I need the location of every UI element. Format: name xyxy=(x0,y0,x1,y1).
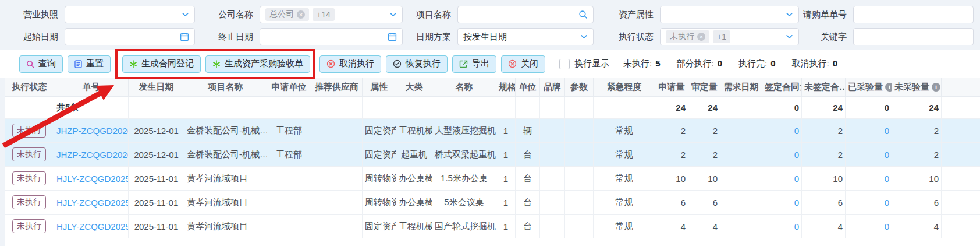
company-name-multiselect[interactable]: 总公司× +14 xyxy=(260,6,403,23)
generate-acceptance-label: 生成资产采购验收单 xyxy=(225,58,303,69)
stat-value: 0 xyxy=(833,58,837,68)
export-button[interactable]: 导出 xyxy=(452,55,496,73)
asset-purchase-requisition-page: 营业执照 公司名称 总公司× +14 项目名称 xyxy=(0,0,980,246)
cell-spec: 1 xyxy=(496,119,516,143)
remove-tag-icon[interactable]: × xyxy=(697,33,705,41)
table-row[interactable]: 未执行HJLY-ZCQGD202500002025-11-01黄孝河流域项目周转… xyxy=(5,191,980,215)
stat-label: 执行完: xyxy=(738,58,767,68)
cell-accepted_qty: 0 xyxy=(846,143,892,167)
status-badge: 未执行 xyxy=(12,147,46,161)
resume-icon xyxy=(393,59,402,68)
end-date-input[interactable] xyxy=(260,28,403,45)
reset-button[interactable]: 重置 xyxy=(68,55,111,73)
cell-spec: 1 xyxy=(496,167,516,191)
cell-status: 未执行 xyxy=(5,215,54,238)
cell-need_date xyxy=(720,119,762,143)
cell-name: 桥式双梁起重机 xyxy=(432,143,496,167)
start-date-label: 起始日期 xyxy=(5,31,58,43)
cell-project: 金桥装配公司-机械… xyxy=(184,143,267,167)
close-button[interactable]: 关闭 xyxy=(501,55,545,73)
wrap-display-checkbox[interactable] xyxy=(559,59,570,69)
cell-apply_unit xyxy=(267,191,311,215)
highlight-annotation-box: 生成合同登记 生成资产采购验收单 xyxy=(115,49,315,79)
start-date-input[interactable] xyxy=(65,28,195,45)
cell-accepted_qty: 0 xyxy=(846,191,892,215)
table-row[interactable]: 未执行JHZP-ZCQGD20260002025-12-01金桥装配公司-机械…… xyxy=(5,143,980,167)
cancel-icon xyxy=(326,59,335,68)
chevron-down-icon xyxy=(389,11,397,19)
cell-spec: 1 xyxy=(496,191,516,215)
column-header-brand: 品牌 xyxy=(540,78,565,97)
summary-empty-cell xyxy=(396,97,432,119)
cell-accepted_qty: 0 xyxy=(846,215,892,238)
cell-category: 工程机械 xyxy=(396,119,432,143)
project-name-input[interactable] xyxy=(457,6,594,23)
resume-execution-button[interactable]: 恢复执行 xyxy=(386,55,448,73)
cell-brand xyxy=(540,143,565,167)
filter-field-asset-attribute: 资产属性 xyxy=(594,6,799,23)
accepted_qty-link[interactable]: 0 xyxy=(885,198,889,208)
status-badge: 未执行 xyxy=(12,124,46,138)
cell-unaccepted_qty: 2 xyxy=(892,143,942,167)
cell-urgency: 常规 xyxy=(594,191,655,215)
calendar-icon xyxy=(388,32,397,41)
exec-status-tag: 未执行× xyxy=(666,30,709,43)
column-header-name: 名称 xyxy=(432,78,496,97)
order-number-link[interactable]: JHZP-ZCQGD2026000 xyxy=(56,126,129,136)
asset-attribute-select[interactable] xyxy=(660,6,799,23)
table-row[interactable]: 未执行HJLY-ZCQGD202500002025-11-01黄孝河流域项目周转… xyxy=(5,167,980,191)
filter-field-date-scheme: 日期方案 按发生日期 xyxy=(403,28,594,45)
requisition-table: 执行状态单号发生日期项目名称申请单位推荐供应商属性大类名称规格单位品牌参数紧急程… xyxy=(5,78,980,238)
summary-empty-cell xyxy=(311,97,363,119)
generate-contract-registration-button[interactable]: 生成合同登记 xyxy=(122,55,201,73)
requisition-no-input[interactable] xyxy=(853,6,974,23)
cell-approved_qty: 4 xyxy=(688,215,720,238)
filter-field-end-date: 终止日期 xyxy=(195,28,403,45)
query-button[interactable]: 查询 xyxy=(19,55,63,73)
cell-status: 未执行 xyxy=(5,191,54,215)
export-icon xyxy=(459,60,468,68)
table-header-row: 执行状态单号发生日期项目名称申请单位推荐供应商属性大类名称规格单位品牌参数紧急程… xyxy=(5,78,980,97)
table-row[interactable]: 未执行HJLY-ZCQGD202500002025-11-01黄孝河流域项目固定… xyxy=(5,215,980,238)
cell-urgency: 常规 xyxy=(594,215,655,238)
contract_qty-link[interactable]: 0 xyxy=(794,174,799,184)
search-icon[interactable] xyxy=(578,10,588,19)
reset-icon xyxy=(74,60,82,68)
accepted_qty-link[interactable]: 0 xyxy=(885,222,889,231)
summary-uncontract_qty: 24 xyxy=(802,97,846,119)
cell-attr: 固定资产 xyxy=(363,143,396,167)
contract_qty-link[interactable]: 0 xyxy=(794,126,799,136)
order-number-link[interactable]: JHZP-ZCQGD2026000 xyxy=(56,150,129,160)
cell-apply_unit: 工程部 xyxy=(267,119,311,143)
keyword-input[interactable] xyxy=(853,28,974,45)
filter-field-business-license: 营业执照 xyxy=(5,6,195,23)
cell-brand xyxy=(540,167,565,191)
generate-asset-acceptance-button[interactable]: 生成资产采购验收单 xyxy=(205,55,310,73)
contract_qty-link[interactable]: 0 xyxy=(794,150,799,160)
summary-empty-cell xyxy=(496,97,516,119)
table-row[interactable]: 未执行JHZP-ZCQGD20260002025-12-01金桥装配公司-机械…… xyxy=(5,119,980,143)
accepted_qty-link[interactable]: 0 xyxy=(885,174,889,184)
accepted_qty-link[interactable]: 0 xyxy=(885,150,889,160)
order-number-link[interactable]: HJLY-ZCQGD20250000 xyxy=(56,222,129,231)
business-license-select[interactable] xyxy=(65,6,195,23)
exec-status-multiselect[interactable]: 未执行× +1 xyxy=(660,28,799,45)
cancel-execution-button[interactable]: 取消执行 xyxy=(319,55,381,73)
cell-brand xyxy=(540,215,565,238)
remove-tag-icon[interactable]: × xyxy=(297,10,305,19)
summary-empty-cell xyxy=(720,97,762,119)
order-number-link[interactable]: HJLY-ZCQGD20250000 xyxy=(56,198,129,208)
cell-date: 2025-12-01 xyxy=(129,119,184,143)
cell-brand xyxy=(540,191,565,215)
date-scheme-select[interactable]: 按发生日期 xyxy=(457,28,594,45)
summary-contract_qty: 0 xyxy=(762,97,802,119)
column-header-supplier: 推荐供应商 xyxy=(311,78,363,97)
contract_qty-link[interactable]: 0 xyxy=(794,222,799,231)
order-number-link[interactable]: HJLY-ZCQGD20250000 xyxy=(56,174,129,184)
contract_qty-link[interactable]: 0 xyxy=(794,198,799,208)
cell-unaccepted_qty: 10 xyxy=(892,167,942,191)
cell-category: 办公桌椅 xyxy=(396,167,432,191)
accepted_qty-link[interactable]: 0 xyxy=(885,126,889,136)
calendar-icon xyxy=(180,32,189,41)
close-button-label: 关闭 xyxy=(521,58,538,69)
